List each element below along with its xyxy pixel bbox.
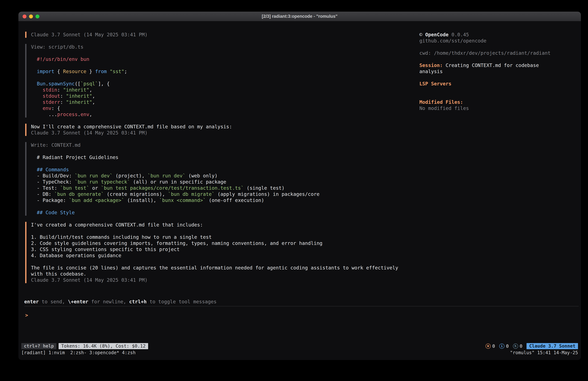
text-line: Now I'll create a comprehensive CONTEXT.… <box>31 124 581 130</box>
keybind-help-segment: for newline, <box>88 299 129 304</box>
text-line: ## Commands <box>31 167 581 173</box>
terminal-body: Claude 3.7 Sonnet (14 May 2025 03:41 PM)… <box>18 21 581 360</box>
text-line: No modified files <box>419 105 574 112</box>
text-line <box>31 160 581 167</box>
text-line: ## Code Style <box>31 210 581 216</box>
keybind-help-segment: to send, <box>39 299 68 304</box>
warning-icon: W <box>485 344 491 349</box>
text-line <box>31 148 581 154</box>
diagnostic-hint: h0 <box>513 344 523 349</box>
keybind-help: enter to send, \+enter for newline, ctrl… <box>24 299 581 305</box>
text-line <box>31 203 581 210</box>
text-line <box>419 93 574 99</box>
titlebar: [2/3] radiant:3:opencode - "romulus" <box>18 12 581 21</box>
text-line: - DB: `bun db generate` (create migratio… <box>31 191 581 197</box>
text-line: - Package: `bun add <package>` (install)… <box>31 197 581 203</box>
keybind-help-segment: ctrl+h <box>129 299 147 304</box>
diagnostic-count: 0 <box>520 344 523 349</box>
sidebar: © OpenCode 0.0.45github.com/sst/opencode… <box>419 32 574 112</box>
hint-icon: h <box>513 344 518 349</box>
diagnostic-warning: W0 <box>485 344 495 349</box>
text-line <box>31 259 581 265</box>
keybind-help-segment: \+enter <box>68 299 88 304</box>
info-icon: i <box>499 344 504 349</box>
diagnostic-count: 0 <box>492 344 495 349</box>
text-line <box>419 87 574 93</box>
text-line: Modified Files: <box>419 99 574 105</box>
text-line: 1. Build/lint/test commands including ho… <box>31 234 581 240</box>
text-line: ...process.env, <box>31 112 581 117</box>
text-line: I've created a comprehensive CONTEXT.md … <box>31 222 581 228</box>
text-line: - TypeCheck: `bun run typecheck` (all) o… <box>31 179 581 185</box>
text-line: with this codebase. <box>31 271 581 277</box>
status-bar: ctrl+? help Tokens: 16.4K (8%), Cost: $0… <box>18 343 581 350</box>
text-line: 3. CSS styling conventions specific to t… <box>31 246 581 252</box>
model-badge: Claude 3.7 Sonnet <box>526 343 578 349</box>
help-badge: ctrl+? help <box>21 343 56 349</box>
text-line: The file is concise (20 lines) and captu… <box>31 265 581 271</box>
zoom-button[interactable] <box>36 15 39 18</box>
text-line: 2. Code style guidelines covering import… <box>31 240 581 246</box>
text-line: - Test: `bun test` or `bun test packages… <box>31 185 581 191</box>
prompt-symbol: > <box>25 312 28 318</box>
tmux-status-bar: [radiant] 1:nvim 2:zsh- 3:opencode* 4:zs… <box>18 350 581 356</box>
text-line <box>419 75 574 81</box>
text-line: © OpenCode 0.0.45 <box>419 32 574 38</box>
text-line: cwd: /home/thdxr/dev/projects/radiant/ra… <box>419 50 574 56</box>
text-line: Write: CONTEXT.md <box>31 142 581 148</box>
prompt-input[interactable]: > <box>25 312 581 318</box>
keybind-help-segment: enter <box>24 299 39 304</box>
input-divider <box>24 306 579 306</box>
text-line: - Build/Dev: `bun run dev` (project), `b… <box>31 173 581 179</box>
text-line: Claude 3.7 Sonnet (14 May 2025 03:41 PM) <box>31 130 581 136</box>
tokens-cost-badge: Tokens: 16.4K (8%), Cost: $0.12 <box>59 343 148 349</box>
chat-block: I've created a comprehensive CONTEXT.md … <box>25 222 581 283</box>
close-button[interactable] <box>22 15 26 18</box>
keybind-help-segment: to toggle tool messages <box>147 299 216 304</box>
text-line: # Radiant Project Guidelines <box>31 154 581 160</box>
minimize-button[interactable] <box>29 15 33 18</box>
diagnostics: W0i0h0 <box>485 344 523 349</box>
text-line: github.com/sst/opencode <box>419 38 574 44</box>
text-line: Session: Creating CONTEXT.md for codebas… <box>419 62 574 68</box>
text-line <box>31 228 581 234</box>
text-line <box>419 56 574 62</box>
text-line: Claude 3.7 Sonnet (14 May 2025 03:41 PM) <box>31 277 581 283</box>
bottom-bars: ctrl+? help Tokens: 16.4K (8%), Cost: $0… <box>18 343 581 356</box>
text-line: analysis <box>419 68 574 75</box>
terminal-window: [2/3] radiant:3:opencode - "romulus" Cla… <box>18 12 581 360</box>
chat-block: Now I'll create a comprehensive CONTEXT.… <box>25 124 581 136</box>
chat-block: Write: CONTEXT.md # Radiant Project Guid… <box>25 142 581 216</box>
text-line <box>419 44 574 50</box>
window-title: [2/3] radiant:3:opencode - "romulus" <box>18 14 581 19</box>
traffic-lights <box>22 15 42 18</box>
text-line: 4. Database operations guidance <box>31 252 581 259</box>
tmux-host-time: "romulus" 15:41 14-May-25 <box>510 350 578 356</box>
diagnostic-info: i0 <box>499 344 509 349</box>
tmux-session-windows: [radiant] 1:nvim 2:zsh- 3:opencode* 4:zs… <box>21 350 136 356</box>
text-line: LSP Servers <box>419 81 574 87</box>
diagnostic-count: 0 <box>506 344 509 349</box>
